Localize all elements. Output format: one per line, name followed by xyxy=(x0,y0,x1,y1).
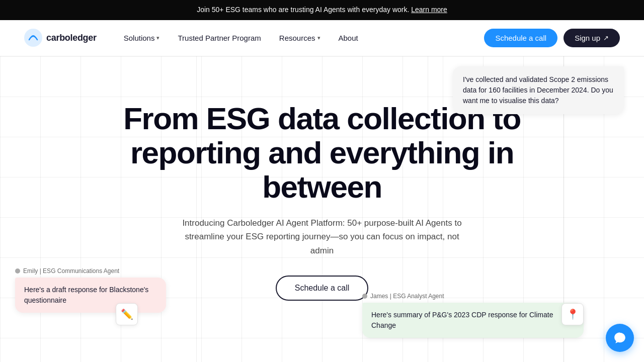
chat-widget-button[interactable] xyxy=(606,324,634,352)
navbar: carboledger Solutions ▾ Trusted Partner … xyxy=(0,20,644,56)
chevron-down-icon: ▾ xyxy=(317,35,320,41)
nav-about[interactable]: About xyxy=(332,30,365,46)
chevron-down-icon: ▾ xyxy=(156,35,159,41)
nav-partner[interactable]: Trusted Partner Program xyxy=(171,30,268,46)
agent-bubble-emily: Here's a draft response for Blackstone's… xyxy=(15,278,166,313)
agent-bubble-james: Here's summary of P&G's 2023 CDP respons… xyxy=(362,303,584,338)
agent-label-emily: Emily | ESG Communications Agent xyxy=(15,267,166,275)
nav-links: Solutions ▾ Trusted Partner Program Reso… xyxy=(117,30,485,46)
agent-dot xyxy=(362,294,367,299)
signup-button[interactable]: Sign up ↗ xyxy=(564,29,620,47)
schedule-call-button[interactable]: Schedule a call xyxy=(484,29,557,47)
pin-icon: 📍 xyxy=(561,303,584,325)
bubble-top-right: I've collected and validated Scope 2 emi… xyxy=(453,66,624,114)
agent-card-james: James | ESG Analyst Agent Here's summary… xyxy=(362,293,584,338)
hero-schedule-button[interactable]: Schedule a call xyxy=(276,276,369,301)
external-link-icon: ↗ xyxy=(603,34,609,42)
top-banner: Join 50+ ESG teams who are trusting AI A… xyxy=(0,0,644,20)
banner-link[interactable]: Learn more xyxy=(411,6,447,14)
hero-section: I've collected and validated Scope 2 emi… xyxy=(0,56,644,362)
agent-label-james: James | ESG Analyst Agent xyxy=(362,293,584,300)
agent-dot xyxy=(15,268,20,274)
logo-icon xyxy=(24,29,42,47)
hero-title: From ESG data collection to reporting an… xyxy=(101,102,543,205)
hero-subtitle: Introducing Carboledger AI Agent Platfor… xyxy=(181,216,463,257)
nav-resources[interactable]: Resources ▾ xyxy=(272,30,328,46)
svg-point-0 xyxy=(24,29,42,47)
logo-label: carboledger xyxy=(46,33,97,43)
logo[interactable]: carboledger xyxy=(24,29,97,47)
banner-text: Join 50+ ESG teams who are trusting AI A… xyxy=(197,6,409,14)
chat-icon xyxy=(613,331,626,344)
nav-actions: Schedule a call Sign up ↗ xyxy=(484,29,620,47)
nav-solutions[interactable]: Solutions ▾ xyxy=(117,30,167,46)
pencil-icon: ✏️ xyxy=(116,303,138,325)
agent-card-emily: Emily | ESG Communications Agent Here's … xyxy=(15,267,166,313)
